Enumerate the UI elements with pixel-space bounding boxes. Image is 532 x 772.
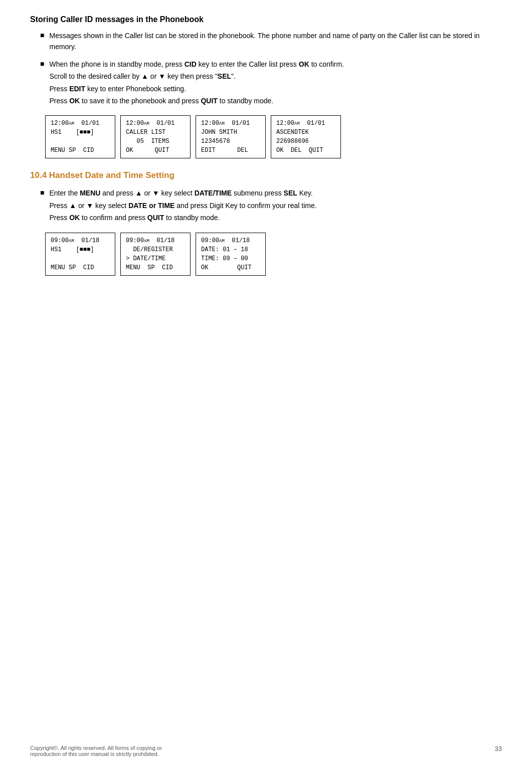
cid-bullet-2-line2: Scroll to the desired caller by ▲ or ▼ k… xyxy=(49,71,502,82)
cid-bullet-2: ■ When the phone is in standby mode, pre… xyxy=(40,59,502,108)
datetime-bullet-1-text: Enter the MENU and press ▲ or ▼ key sele… xyxy=(49,187,502,224)
cid-bullet-1: ■ Messages shown in the Caller list can … xyxy=(40,30,502,54)
cid-bullet-2-text: When the phone is in standby mode, press… xyxy=(49,59,502,108)
section-title: Storing Caller ID messages in the Phoneb… xyxy=(30,15,502,24)
cid-screen-3-line3: 12345678 xyxy=(201,137,260,146)
dt-screen-2: 09:00AM 01/18 DE/REGISTER > DATE/TIME ME… xyxy=(120,233,191,276)
dt-screen-1-line2: HS1 [■■■] xyxy=(51,245,110,254)
dt-screen-1-line3 xyxy=(51,254,110,263)
cid-screen-4: 12:00AM 01/01 ASCENDTEK 226988696 OK DEL… xyxy=(271,115,341,158)
cid-screen-1-line2: HS1 [■■■] xyxy=(51,128,110,137)
dt-screen-2-line1: 09:00AM 01/18 xyxy=(126,236,185,245)
dt-screen-1: 09:00AM 01/18 HS1 [■■■] MENU SP CID xyxy=(45,233,115,276)
dt-screen-3-line4: OK QUIT xyxy=(201,263,260,272)
footer-copyright: Copyright©. All rights reserved. All for… xyxy=(30,745,162,757)
footer-copyright-text: Copyright©. All rights reserved. All for… xyxy=(30,745,162,757)
section-10-4-heading: 10.4 Handset Date and Time Setting xyxy=(30,170,502,180)
dt-screen-3-line3: TIME: 09 – 00 xyxy=(201,254,260,263)
dt-screen-2-line4: MENU SP CID xyxy=(126,263,185,272)
cid-screen-1-line3 xyxy=(51,137,110,146)
cid-bullet-2-line1: When the phone is in standby mode, press… xyxy=(49,59,502,70)
cid-screen-3-line1: 12:00AM 01/01 xyxy=(201,119,260,128)
datetime-screens-row: 09:00AM 01/18 HS1 [■■■] MENU SP CID 09:0… xyxy=(45,233,502,276)
cid-screen-2-line2: CALLER LIST xyxy=(126,128,185,137)
cid-screen-2: 12:00AM 01/01 CALLER LIST 05 ITEMS OK QU… xyxy=(120,115,191,158)
footer: Copyright©. All rights reserved. All for… xyxy=(30,745,502,757)
cid-screen-3: 12:00AM 01/01 JOHN SMITH 12345678 EDIT D… xyxy=(196,115,266,158)
datetime-bullet-1: ■ Enter the MENU and press ▲ or ▼ key se… xyxy=(40,187,502,224)
cid-bullet-2-line3: Press EDIT key to enter Phonebook settin… xyxy=(49,83,502,94)
cid-screen-2-line4: OK QUIT xyxy=(126,146,185,155)
cid-screen-4-line3: 226988696 xyxy=(276,137,335,146)
cid-bullet-2-line4: Press OK to save it to the phonebook and… xyxy=(49,95,502,106)
cid-bullet-section: ■ Messages shown in the Caller list can … xyxy=(40,30,502,107)
dt-screen-3: 09:00AM 01/18 DATE: 01 – 18 TIME: 09 – 0… xyxy=(196,233,266,276)
cid-screens-row: 12:00AM 01/01 HS1 [■■■] MENU SP CID 12:0… xyxy=(45,115,502,158)
bullet-icon-dt1: ■ xyxy=(40,188,44,197)
dt-screen-1-line4: MENU SP CID xyxy=(51,263,110,272)
cid-screen-1: 12:00AM 01/01 HS1 [■■■] MENU SP CID xyxy=(45,115,115,158)
cid-screen-1-line1: 12:00AM 01/01 xyxy=(51,119,110,128)
dt-screen-3-line2: DATE: 01 – 18 xyxy=(201,245,260,254)
cid-bullet-1-text: Messages shown in the Caller list can be… xyxy=(49,30,502,54)
dt-screen-2-line2: DE/REGISTER xyxy=(126,245,185,254)
dt-screen-1-line1: 09:00AM 01/18 xyxy=(51,236,110,245)
cid-screen-4-line2: ASCENDTEK xyxy=(276,128,335,137)
cid-screen-3-line2: JOHN SMITH xyxy=(201,128,260,137)
cid-screen-3-line4: EDIT DEL xyxy=(201,146,260,155)
cid-bullet-1-para: Messages shown in the Caller list can be… xyxy=(49,30,502,53)
datetime-bullet-section: ■ Enter the MENU and press ▲ or ▼ key se… xyxy=(40,187,502,224)
cid-screen-2-line1: 12:00AM 01/01 xyxy=(126,119,185,128)
footer-page-number: 33 xyxy=(495,745,502,757)
dt-screen-2-line3: > DATE/TIME xyxy=(126,254,185,263)
cid-screen-2-line3: 05 ITEMS xyxy=(126,137,185,146)
cid-screen-4-line1: 12:00AM 01/01 xyxy=(276,119,335,128)
bullet-icon-1: ■ xyxy=(40,31,44,39)
cid-screen-4-line4: OK DEL QUIT xyxy=(276,146,335,155)
datetime-bullet-1-line2: Press ▲ or ▼ key select DATE or TIME and… xyxy=(49,200,502,211)
bullet-icon-2: ■ xyxy=(40,60,44,68)
datetime-bullet-1-line1: Enter the MENU and press ▲ or ▼ key sele… xyxy=(49,187,502,199)
cid-screen-1-line4: MENU SP CID xyxy=(51,146,110,155)
datetime-bullet-1-line3: Press OK to confirm and press QUIT to st… xyxy=(49,212,502,223)
dt-screen-3-line1: 09:00AM 01/18 xyxy=(201,236,260,245)
